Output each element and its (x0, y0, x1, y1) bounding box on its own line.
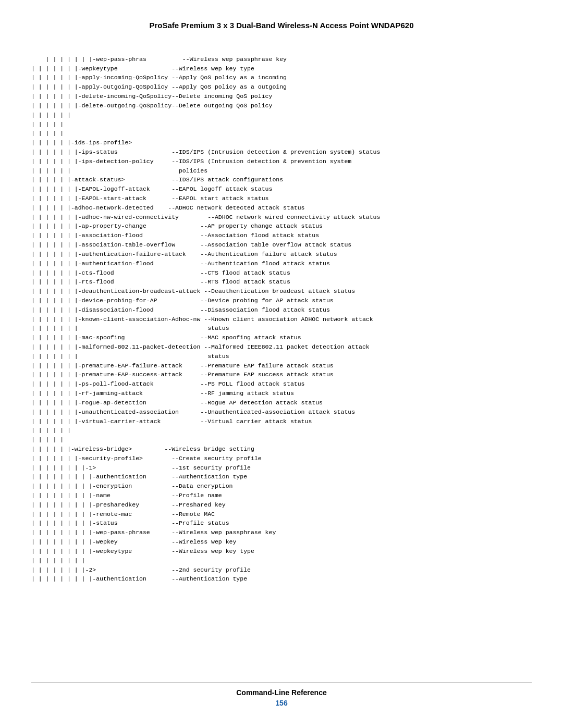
page-footer: Command-Line Reference 156 (31, 683, 532, 707)
page: ProSafe Premium 3 x 3 Dual-Band Wireless… (0, 0, 563, 728)
header-title: ProSafe Premium 3 x 3 Dual-Band Wireless… (150, 21, 414, 30)
content-text: | | | | | | |-wep-pass-phras --Wireless … (31, 56, 380, 583)
main-content: | | | | | | |-wep-pass-phras --Wireless … (31, 45, 532, 672)
page-header: ProSafe Premium 3 x 3 Dual-Band Wireless… (31, 21, 532, 30)
footer-page-number: 156 (31, 699, 532, 707)
footer-title: Command-Line Reference (31, 688, 532, 697)
